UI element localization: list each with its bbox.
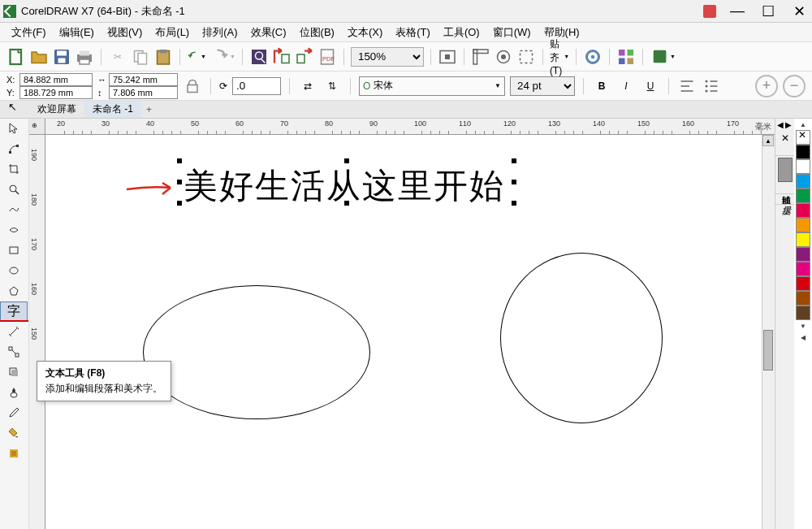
close-button[interactable]: ✕ [789, 3, 809, 20]
menu-tools[interactable]: 工具(O) [437, 24, 486, 41]
copy-icon[interactable] [131, 47, 150, 67]
minimize-button[interactable]: — [728, 3, 747, 20]
canvas[interactable]: 美好生活从这里开始 [45, 135, 762, 529]
horizontal-ruler[interactable]: ⊕ 20304050607080901001101201301401501601… [29, 119, 775, 135]
color-swatch[interactable] [796, 174, 810, 189]
panel-object-properties[interactable]: 对象属性 [775, 145, 794, 156]
vertical-ruler[interactable]: 190180170160150 [29, 135, 45, 529]
remove-button[interactable]: − [783, 75, 806, 98]
artistic-text-object[interactable]: 美好生活从这里开始 [184, 163, 505, 209]
docker-toggle-icon[interactable]: ◀ [777, 120, 784, 129]
scroll-up-icon[interactable]: ▲ [762, 135, 774, 146]
handle-top-left[interactable] [177, 158, 182, 163]
smart-fill-tool[interactable] [0, 444, 28, 463]
artistic-media-tool[interactable] [0, 220, 28, 240]
cut-icon[interactable]: ✂ [108, 47, 127, 67]
menu-arrange[interactable]: 排列(A) [196, 24, 244, 41]
circle-object[interactable] [500, 253, 663, 423]
mirror-h-icon[interactable]: ⇄ [298, 76, 317, 96]
options-icon[interactable] [583, 47, 603, 67]
ellipse-object[interactable] [143, 285, 370, 419]
vertical-scrollbar[interactable]: ▲ [762, 135, 775, 529]
add-button[interactable]: + [755, 75, 778, 98]
menu-table[interactable]: 表格(T) [389, 24, 437, 41]
export-icon[interactable] [295, 47, 314, 67]
save-icon[interactable] [52, 47, 71, 67]
search-content-icon[interactable] [249, 47, 269, 67]
launcher-icon[interactable] [616, 47, 636, 67]
import-icon[interactable] [272, 47, 292, 67]
new-icon[interactable] [6, 47, 26, 67]
show-grid-icon[interactable] [494, 47, 513, 67]
rotation-input[interactable] [232, 77, 281, 95]
undo-icon[interactable]: ▼ [187, 47, 206, 67]
color-swatch[interactable] [796, 159, 810, 174]
y-position-input[interactable] [19, 86, 93, 99]
docker-menu-icon[interactable]: ▶ [785, 120, 792, 129]
menu-bitmaps[interactable]: 位图(B) [293, 24, 341, 41]
font-size-select[interactable]: 24 pt [510, 76, 575, 96]
interactive-fill-tool[interactable] [0, 423, 28, 443]
snap-to-button[interactable]: 贴齐(T) ▼ [550, 47, 569, 67]
freehand-tool[interactable] [0, 200, 28, 219]
menu-view[interactable]: 视图(V) [101, 24, 149, 41]
open-icon[interactable] [29, 47, 49, 67]
no-fill-swatch[interactable] [796, 130, 810, 145]
panel-guidelines[interactable]: 辅助线 [775, 184, 794, 194]
palette-scroll-down-icon[interactable]: ▼ [796, 321, 810, 331]
tab-document[interactable]: 未命名 -1 [84, 101, 141, 118]
docker-close-icon[interactable]: ✕ [775, 131, 794, 145]
pick-tool-tab-icon[interactable]: ↖ [0, 101, 25, 113]
zoom-tool[interactable] [0, 180, 28, 199]
print-icon[interactable] [75, 47, 94, 67]
bullets-icon[interactable] [702, 76, 721, 96]
show-rulers-icon[interactable] [471, 47, 490, 67]
color-swatch[interactable] [796, 203, 810, 218]
fullscreen-icon[interactable] [438, 47, 457, 67]
crop-tool[interactable] [0, 159, 28, 179]
scroll-thumb[interactable] [763, 330, 773, 371]
redo-icon[interactable]: ▼ [209, 47, 235, 67]
handle-bottom-right[interactable] [512, 201, 516, 206]
mirror-v-icon[interactable]: ⇅ [322, 76, 342, 96]
parallel-dimension-tool[interactable] [0, 322, 28, 341]
handle-mid-right[interactable] [512, 180, 516, 184]
pick-tool[interactable] [0, 119, 28, 138]
handle-mid-left[interactable] [177, 180, 182, 184]
text-tool[interactable]: 字 [0, 301, 28, 321]
color-swatch[interactable] [796, 232, 810, 247]
color-swatch[interactable] [796, 218, 810, 232]
color-swatch[interactable] [796, 276, 810, 291]
color-swatch[interactable] [796, 262, 810, 276]
eyedropper-tool[interactable] [0, 403, 28, 423]
maximize-button[interactable]: ☐ [758, 3, 778, 20]
color-swatch[interactable] [796, 247, 810, 262]
alignment-icon[interactable] [677, 76, 697, 96]
underline-icon[interactable]: U [641, 76, 660, 96]
italic-icon[interactable]: I [616, 76, 636, 96]
menu-window[interactable]: 窗口(W) [486, 24, 538, 41]
paste-icon[interactable] [153, 47, 173, 67]
menu-layout[interactable]: 布局(L) [149, 24, 196, 41]
shape-tool[interactable] [0, 139, 28, 158]
lock-ratio-icon[interactable] [183, 76, 202, 96]
color-swatch[interactable] [796, 189, 810, 203]
drop-shadow-tool[interactable] [0, 362, 28, 382]
handle-top-right[interactable] [512, 158, 516, 163]
color-swatch[interactable] [796, 145, 810, 159]
rectangle-tool[interactable] [0, 241, 28, 260]
x-position-input[interactable] [19, 73, 93, 86]
publish-pdf-icon[interactable]: PDF [317, 47, 337, 67]
color-swatch[interactable] [796, 291, 810, 306]
zoom-select[interactable]: 150% [351, 47, 424, 67]
menu-file[interactable]: 文件(F) [5, 24, 53, 41]
font-select[interactable]: 宋体 [374, 79, 495, 93]
panel-hints[interactable]: 提示 [775, 194, 794, 205]
menu-edit[interactable]: 编辑(E) [53, 24, 101, 41]
transparency-tool[interactable] [0, 383, 28, 402]
handle-bottom-left[interactable] [177, 201, 182, 206]
polygon-tool[interactable] [0, 281, 28, 301]
connector-tool[interactable] [0, 342, 28, 362]
height-input[interactable] [109, 86, 178, 99]
palette-scroll-up-icon[interactable]: ▲ [796, 119, 810, 129]
